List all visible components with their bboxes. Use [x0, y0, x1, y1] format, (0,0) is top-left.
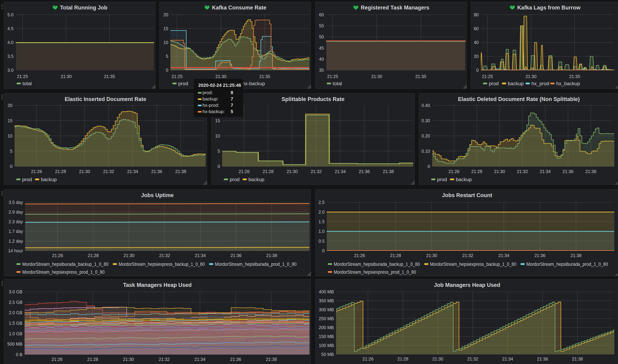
svg-text:60: 60: [474, 26, 479, 31]
svg-text:5: 5: [218, 149, 220, 154]
svg-text:21:30: 21:30: [525, 74, 537, 79]
svg-text:21:36: 21:36: [563, 169, 574, 174]
svg-text:21:30: 21:30: [494, 169, 505, 174]
svg-text:80: 80: [474, 12, 479, 17]
svg-text:2.9 day: 2.9 day: [9, 209, 23, 214]
svg-text:prod: prod: [437, 177, 447, 182]
svg-text:21:26: 21:26: [31, 169, 42, 174]
svg-text:2.5 GB: 2.5 GB: [9, 300, 23, 305]
svg-text:200 MB: 200 MB: [319, 325, 334, 330]
svg-text:0: 0: [10, 164, 13, 169]
svg-text:21:32: 21:32: [311, 169, 322, 174]
svg-text:21:38: 21:38: [572, 356, 583, 361]
svg-text:10: 10: [8, 133, 13, 138]
svg-text:300 MB: 300 MB: [319, 307, 334, 312]
svg-text:MordorStream_hepsiexpress_prod: MordorStream_hepsiexpress_prod_1_0_80: [334, 269, 416, 275]
svg-text:20: 20: [474, 54, 479, 59]
svg-text:21:30: 21:30: [371, 74, 382, 79]
svg-text:4.0: 4.0: [7, 40, 13, 45]
svg-text:40: 40: [319, 57, 324, 62]
svg-text:21:30: 21:30: [123, 253, 134, 258]
svg-text:10: 10: [163, 40, 168, 45]
svg-text:100 MB: 100 MB: [319, 343, 334, 348]
svg-text:0: 0: [322, 248, 325, 253]
svg-text:0: 0: [428, 164, 430, 169]
svg-text:20: 20: [163, 12, 168, 17]
svg-text:21:30: 21:30: [215, 74, 227, 79]
svg-text:prod: prod: [22, 177, 32, 182]
svg-text:21:32: 21:32: [517, 169, 528, 174]
svg-text:2.5: 2.5: [319, 200, 325, 205]
svg-text:21:28: 21:28: [87, 357, 98, 362]
svg-text:hx_backup: hx_backup: [556, 81, 580, 86]
svg-text:21:26: 21:26: [52, 357, 63, 362]
svg-text:21:38: 21:38: [266, 253, 277, 258]
svg-text:50 MB: 50 MB: [321, 352, 334, 357]
svg-text:21:35: 21:35: [259, 74, 270, 79]
svg-text:35: 35: [319, 68, 324, 73]
svg-text:MordorStream_hepsiexpress_prod: MordorStream_hepsiexpress_prod_1_0_80: [22, 269, 105, 275]
svg-text:0.5: 0.5: [319, 239, 325, 244]
svg-text:21:34: 21:34: [127, 169, 138, 174]
svg-text:21:28: 21:28: [390, 253, 401, 258]
svg-text:21:25: 21:25: [17, 74, 28, 79]
svg-text:5.0: 5.0: [7, 12, 13, 17]
svg-text:prod: prod: [489, 81, 499, 86]
svg-text:MordorStream_hepsiburada_backu: MordorStream_hepsiburada_backup_1_0_80: [22, 261, 108, 267]
svg-text:21:28: 21:28: [55, 169, 66, 174]
svg-text:total: total: [23, 81, 32, 86]
svg-text:backup: backup: [508, 81, 524, 86]
svg-text:500 MB: 500 MB: [7, 342, 23, 347]
svg-text:0: 0: [218, 164, 220, 169]
svg-text:21:30: 21:30: [79, 169, 90, 174]
svg-text:21:36: 21:36: [535, 253, 546, 258]
svg-text:21:26: 21:26: [354, 253, 365, 258]
svg-text:0 B: 0 B: [16, 352, 23, 357]
svg-text:21:32: 21:32: [462, 253, 473, 258]
svg-text:MordorStream_hepsiburada_prod_: MordorStream_hepsiburada_prod_1_0_80: [215, 261, 296, 267]
svg-text:21:25: 21:25: [482, 74, 493, 79]
svg-text:3.5 day: 3.5 day: [9, 200, 23, 205]
svg-text:350 MB: 350 MB: [319, 298, 334, 303]
svg-text:21:36: 21:36: [537, 356, 548, 361]
svg-text:150 MB: 150 MB: [319, 334, 334, 339]
svg-text:14 hour: 14 hour: [8, 248, 23, 253]
svg-text:21:38: 21:38: [585, 169, 596, 174]
svg-text:21:38: 21:38: [383, 169, 394, 174]
svg-text:MordorStream_hepsiburada_prod_: MordorStream_hepsiburada_prod_1_0_80: [526, 261, 608, 267]
svg-text:21:35: 21:35: [569, 74, 580, 79]
svg-text:1.7 day: 1.7 day: [9, 229, 23, 234]
svg-text:1.5 GB: 1.5 GB: [9, 321, 23, 325]
svg-text:21:38: 21:38: [266, 357, 277, 362]
svg-text:45: 45: [319, 46, 324, 51]
svg-text:0: 0: [166, 68, 168, 73]
svg-text:21:34: 21:34: [502, 356, 513, 361]
svg-text:21:28: 21:28: [397, 356, 408, 361]
svg-text:21:26: 21:26: [363, 356, 374, 361]
svg-text:21:38: 21:38: [175, 169, 186, 174]
svg-text:21:34: 21:34: [195, 253, 206, 258]
svg-text:3.0 GB: 3.0 GB: [9, 289, 23, 294]
svg-text:21:36: 21:36: [230, 253, 242, 258]
svg-text:40: 40: [474, 40, 479, 45]
svg-text:21:34: 21:34: [498, 253, 509, 258]
svg-text:21:32: 21:32: [159, 357, 170, 362]
svg-text:1.0: 1.0: [319, 229, 325, 234]
svg-text:21:32: 21:32: [467, 356, 478, 361]
svg-text:21:32: 21:32: [103, 169, 114, 174]
svg-text:55: 55: [319, 23, 324, 28]
svg-text:21:35: 21:35: [415, 74, 426, 79]
svg-text:21:30: 21:30: [432, 356, 443, 361]
svg-text:MordorStream_hepsiexpress_back: MordorStream_hepsiexpress_backup_1_0_80: [430, 261, 516, 267]
svg-text:2.0: 2.0: [319, 209, 325, 214]
svg-text:1.2 day: 1.2 day: [9, 239, 23, 244]
svg-text:20: 20: [8, 103, 13, 108]
svg-text:21:34: 21:34: [335, 169, 346, 174]
svg-text:250 MB: 250 MB: [319, 316, 334, 321]
svg-text:hx_prod: hx_prod: [532, 81, 549, 86]
svg-text:0: 0: [476, 68, 479, 73]
svg-text:21:30: 21:30: [61, 74, 72, 79]
svg-text:backup: backup: [456, 177, 472, 182]
svg-text:21:34: 21:34: [194, 357, 205, 362]
svg-text:0.30: 0.30: [421, 118, 430, 123]
